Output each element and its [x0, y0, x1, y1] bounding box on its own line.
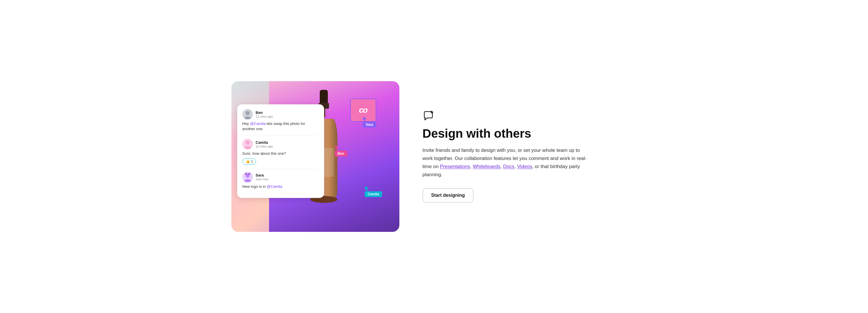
commenter-name-sara: Sara: [256, 173, 268, 177]
comment-time-camila: 12 mins ago: [256, 145, 273, 148]
svg-point-6: [246, 111, 250, 115]
cursor-camila: Camila: [365, 186, 382, 197]
cursor-ben: Ben: [335, 145, 347, 156]
comment-text-sara: New logo is in @Camila: [242, 184, 319, 189]
main-container: Ben 12 mins ago Hey @Camila lets swap th…: [231, 81, 637, 232]
commenter-name-camila: Camila: [256, 140, 273, 145]
avatar-camila: [242, 139, 253, 149]
cursor-tag-camila: Camila: [365, 191, 382, 197]
link-docs[interactable]: Docs: [503, 164, 515, 169]
cursor-tag-sara: Sara: [363, 122, 376, 127]
comment-time-sara: Just now: [256, 177, 268, 181]
comment-card: Ben 12 mins ago Hey @Camila lets swap th…: [237, 104, 324, 198]
commenter-name-ben: Ben: [256, 110, 273, 115]
comment-text-camila: Sure, how about this one?: [242, 151, 319, 156]
comment-text-ben: Hey @Camila lets swap this photo for ano…: [242, 121, 319, 132]
comment-ben: Ben 12 mins ago Hey @Camila lets swap th…: [242, 109, 319, 132]
link-whiteboards[interactable]: Whiteboards: [473, 164, 500, 169]
comment-camila: Camila 12 mins ago Sure, how about this …: [242, 139, 319, 164]
mention-camila-2: @Camila: [267, 184, 282, 189]
cursor-arrow-ben: [335, 145, 339, 151]
logo-text: co: [359, 106, 367, 115]
reaction-thumbsup[interactable]: 👍 1: [242, 158, 256, 165]
link-videos[interactable]: Videos: [517, 164, 532, 169]
cursor-tag-ben: Ben: [335, 151, 347, 156]
illustration-panel: Ben 12 mins ago Hey @Camila lets swap th…: [231, 81, 399, 232]
content-panel: Design with others Invite friends and fa…: [423, 110, 591, 203]
collab-icon: [423, 110, 434, 122]
reaction-emoji: 👍: [246, 160, 250, 164]
cursor-arrow-camila: [365, 186, 369, 191]
comment-time-ben: 12 mins ago: [256, 115, 273, 118]
comment-sara: Sara Just now New logo is in @Camila: [242, 172, 319, 189]
description-text: Invite friends and family to design with…: [423, 146, 591, 179]
reaction-count: 1: [251, 160, 253, 164]
comment-camila-header: Camila 12 mins ago: [242, 139, 319, 149]
start-designing-button[interactable]: Start designing: [423, 188, 473, 203]
avatar-sara: [242, 172, 253, 182]
page-title: Design with others: [423, 126, 591, 141]
cursor-sara: Sara: [363, 116, 376, 127]
link-presentations[interactable]: Presentations: [440, 164, 470, 169]
divider-2: [242, 169, 319, 169]
cursor-arrow-sara: [363, 116, 367, 122]
comment-camila-meta: Camila 12 mins ago: [256, 140, 273, 148]
comment-sara-header: Sara Just now: [242, 172, 319, 182]
svg-rect-0: [320, 90, 328, 104]
comment-sara-meta: Sara Just now: [256, 173, 268, 181]
comment-ben-meta: Ben 12 mins ago: [256, 110, 273, 118]
mention-camila-1: @Camila: [250, 121, 266, 126]
avatar-ben: [242, 109, 253, 119]
divider-1: [242, 136, 319, 136]
comment-ben-header: Ben 12 mins ago: [242, 109, 319, 119]
svg-point-9: [246, 141, 250, 145]
